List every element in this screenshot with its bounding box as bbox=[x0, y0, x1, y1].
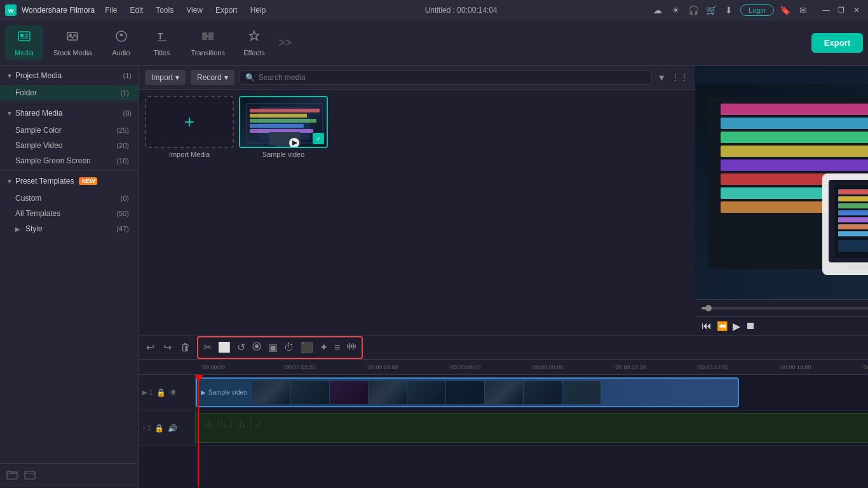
section-header-project-media[interactable]: ▼ Project Media (1) bbox=[0, 66, 138, 85]
menu-file[interactable]: File bbox=[100, 4, 122, 16]
snap-tool[interactable]: ✦ bbox=[317, 339, 330, 356]
section-header-shared-media[interactable]: ▼ Shared Media (0) bbox=[0, 104, 138, 123]
ruler-mark-5: 00:00:10:00 bbox=[614, 364, 696, 370]
step-back-button[interactable]: ⏪ bbox=[717, 321, 728, 331]
video-lock-icon[interactable]: 🔒 bbox=[156, 388, 166, 397]
frame-8 bbox=[524, 381, 562, 404]
sub-item-style[interactable]: ▶ Style (47) bbox=[0, 221, 138, 236]
sample-video-thumb[interactable]: ✓ bbox=[239, 96, 328, 148]
cut-tool[interactable]: ✂ bbox=[201, 339, 214, 356]
timeline-toolbar: ↩ ↪ 🗑 ✂ ⬜ ↺ ▣ ⏱ ⬛ ✦ ≡ bbox=[139, 336, 868, 360]
redo-button[interactable]: ↪ bbox=[161, 339, 174, 356]
svg-rect-17 bbox=[25, 471, 35, 479]
svg-text:T: T bbox=[158, 31, 163, 41]
grid-view-icon[interactable]: ⋮⋮ bbox=[671, 72, 689, 83]
menu-export[interactable]: Export bbox=[210, 4, 243, 16]
import-thumb[interactable]: + bbox=[145, 96, 234, 148]
light-icon[interactable]: ☀ bbox=[669, 4, 682, 17]
undo-button[interactable]: ↩ bbox=[144, 339, 157, 356]
play-button[interactable]: ▶ bbox=[733, 320, 740, 332]
toolbar-audio[interactable]: Audio bbox=[102, 25, 140, 60]
bookmark-icon[interactable]: 🔖 bbox=[779, 4, 792, 17]
menu-tools[interactable]: Tools bbox=[151, 4, 179, 16]
media-icon bbox=[17, 29, 31, 46]
delete-button[interactable]: 🗑 bbox=[178, 339, 193, 356]
sub-item-sample-color[interactable]: Sample Color (25) bbox=[0, 123, 138, 138]
main-toolbar: Media Stock Media Audio T Titles Transit… bbox=[0, 20, 868, 66]
close-button[interactable]: ✕ bbox=[850, 4, 863, 17]
stop-button[interactable]: ⏹ bbox=[745, 320, 756, 332]
video-clip[interactable]: ▶ Sample video bbox=[196, 377, 739, 407]
audio-track-row: ♪ 1 🔒 🔊 bbox=[139, 410, 868, 446]
frame-9 bbox=[562, 381, 600, 404]
maximize-button[interactable]: ❐ bbox=[835, 4, 848, 17]
audio-lock-icon[interactable]: 🔒 bbox=[154, 424, 164, 433]
expand-arrow-shared: ▼ bbox=[6, 110, 13, 117]
cart-icon[interactable]: 🛒 bbox=[705, 4, 717, 17]
crop-tool[interactable]: ⬜ bbox=[215, 339, 233, 356]
toolbar-media[interactable]: Media bbox=[5, 25, 43, 60]
screenshot-tool[interactable]: ▣ bbox=[266, 339, 280, 356]
rotate-tool[interactable]: ↺ bbox=[234, 339, 248, 356]
headset-icon[interactable]: 🎧 bbox=[687, 4, 700, 17]
app-name: Wondershare Filmora bbox=[22, 6, 95, 15]
cloud-icon[interactable]: ☁ bbox=[651, 4, 664, 17]
toolbar-effects[interactable]: Effects bbox=[235, 25, 273, 60]
filter-icon[interactable]: ▼ bbox=[657, 72, 666, 83]
sub-item-all-templates[interactable]: All Templates (50) bbox=[0, 206, 138, 221]
export-button[interactable]: Export bbox=[811, 33, 863, 53]
frame-2 bbox=[291, 381, 329, 404]
media-item-import[interactable]: + Import Media bbox=[145, 96, 234, 158]
scrubber-thumb[interactable] bbox=[705, 305, 712, 311]
frame-4 bbox=[369, 381, 407, 404]
login-button[interactable]: Login bbox=[740, 4, 774, 16]
selected-badge: ✓ bbox=[313, 133, 324, 144]
minimize-button[interactable]: — bbox=[820, 4, 832, 17]
add-folder-icon[interactable] bbox=[6, 469, 18, 482]
sub-item-folder[interactable]: Folder (1) bbox=[0, 85, 138, 100]
toolbar-transitions[interactable]: Transitions bbox=[184, 25, 233, 60]
frame-5 bbox=[407, 381, 445, 404]
audio-clip[interactable] bbox=[196, 413, 868, 443]
download-icon[interactable]: ⬇ bbox=[722, 4, 735, 17]
new-folder-icon[interactable] bbox=[24, 469, 36, 482]
record-button[interactable]: Record ▾ bbox=[191, 70, 234, 85]
audio-icon bbox=[114, 29, 128, 46]
svg-rect-23 bbox=[250, 119, 316, 123]
adjust-tool[interactable]: ≡ bbox=[332, 339, 342, 356]
top-area: Import ▾ Record ▾ 🔍 ▼ ⋮⋮ bbox=[139, 66, 868, 335]
style-expand-icon: ▶ bbox=[15, 226, 20, 233]
sub-item-sample-video[interactable]: Sample Video (20) bbox=[0, 138, 138, 153]
new-badge: NEW bbox=[79, 177, 97, 185]
scrubber-bar[interactable] bbox=[702, 307, 868, 309]
effect-tool[interactable] bbox=[249, 339, 264, 356]
import-button[interactable]: Import ▾ bbox=[145, 70, 186, 85]
svg-marker-15 bbox=[250, 31, 259, 40]
titlebar-menu: File Edit Tools View Export Help bbox=[100, 4, 271, 16]
video-visibility-icon[interactable]: 👁 bbox=[170, 388, 177, 397]
section-header-preset-templates[interactable]: ▼ Preset Templates NEW bbox=[0, 172, 138, 191]
menu-view[interactable]: View bbox=[181, 4, 208, 16]
toolbar-more-icon[interactable]: >> bbox=[278, 36, 292, 50]
timeline-ruler: 00:00:00 00:00:02:00 00:00:04:00 00:00:0… bbox=[139, 360, 868, 375]
menu-edit[interactable]: Edit bbox=[125, 4, 149, 16]
audio-tool[interactable] bbox=[344, 339, 359, 356]
media-item-sample-video[interactable]: ✓ Sample video bbox=[239, 96, 328, 158]
skip-back-button[interactable]: ⏮ bbox=[702, 320, 712, 332]
audio-volume-icon[interactable]: 🔊 bbox=[168, 424, 177, 433]
fit-tool[interactable]: ⬛ bbox=[298, 339, 316, 356]
mail-icon[interactable]: ✉ bbox=[797, 4, 810, 17]
search-input[interactable] bbox=[259, 73, 646, 82]
media-area: Import ▾ Record ▾ 🔍 ▼ ⋮⋮ bbox=[139, 66, 695, 335]
menu-help[interactable]: Help bbox=[245, 4, 271, 16]
clip-name: Sample video bbox=[208, 389, 247, 396]
sub-item-custom[interactable]: Custom (0) bbox=[0, 191, 138, 206]
section-preset-templates: ▼ Preset Templates NEW Custom (0) All Te… bbox=[0, 172, 138, 236]
toolbar-stock[interactable]: Stock Media bbox=[46, 25, 100, 60]
timer-tool[interactable]: ⏱ bbox=[281, 339, 297, 356]
ruler-mark-4: 00:00:08:00 bbox=[531, 364, 614, 370]
section-title-preset-templates: ▼ Preset Templates NEW bbox=[6, 177, 97, 186]
sub-item-sample-green[interactable]: Sample Green Screen (10) bbox=[0, 153, 138, 168]
toolbar-titles[interactable]: T Titles bbox=[143, 25, 181, 60]
ruler-mark-1: 00:00:02:00 bbox=[283, 364, 366, 370]
